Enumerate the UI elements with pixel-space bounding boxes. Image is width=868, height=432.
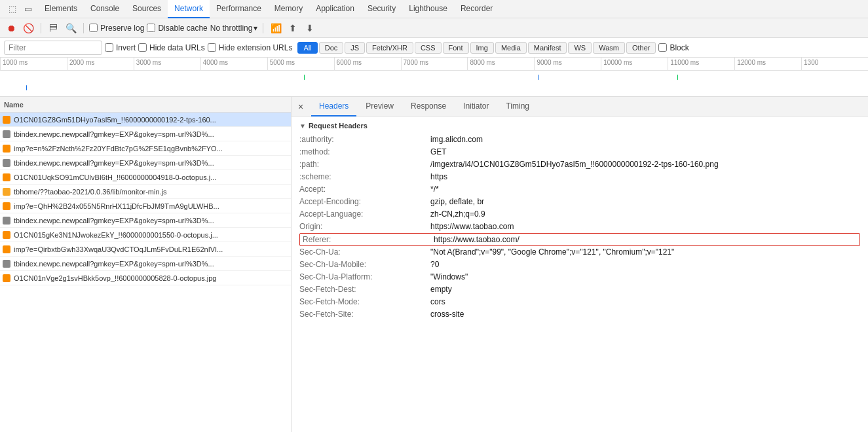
network-list: Name O1CN01GZ8Gm51DHyo7asI5m_!!600000000…: [0, 97, 292, 432]
filter-type-ws[interactable]: WS: [568, 42, 592, 54]
device-icon[interactable]: ▭: [21, 3, 35, 15]
hide-data-urls-check[interactable]: Hide data URLs: [138, 43, 205, 52]
filter-input[interactable]: [4, 41, 102, 55]
network-rows-container: O1CN01GZ8Gm51DHyo7asI5m_!!6000000000192-…: [0, 113, 291, 285]
filter-type-all[interactable]: All: [297, 42, 317, 54]
row-name-text: imp?e=QhH%2B24x055N5RnrHX11jDfcFbJM9TmA9…: [14, 202, 219, 210]
table-row[interactable]: tbindex.newpc.newpcall?gmkey=EXP&gokey=s…: [0, 127, 291, 141]
filter-type-font[interactable]: Font: [443, 42, 469, 54]
filter-type-css[interactable]: CSS: [415, 42, 442, 54]
header-value: gzip, deflate, br: [430, 197, 484, 206]
detail-tab-initiator[interactable]: Initiator: [455, 97, 497, 117]
search-button[interactable]: 🔍: [64, 21, 78, 35]
filter-type-wasm[interactable]: Wasm: [593, 42, 625, 54]
filter-type-manifest[interactable]: Manifest: [528, 42, 567, 54]
detail-tab-response[interactable]: Response: [403, 97, 454, 117]
timeline-ruler: 1000 ms2000 ms3000 ms4000 ms5000 ms6000 …: [0, 58, 868, 71]
detail-tab-timing[interactable]: Timing: [498, 97, 537, 117]
ruler-mark: 3000 ms: [134, 58, 200, 70]
tab-recorder[interactable]: Recorder: [454, 0, 499, 18]
tab-performance[interactable]: Performance: [210, 0, 268, 18]
cursor-icon[interactable]: ⬚: [5, 3, 20, 15]
tab-network[interactable]: Network: [168, 0, 210, 18]
timeline-bars: [0, 71, 868, 97]
preserve-log-check[interactable]: Preserve log: [89, 24, 144, 33]
img-type-icon: [3, 245, 10, 253]
table-row[interactable]: O1CN015gKe3N1NJwokezEkY_!!6000000001550-…: [0, 228, 291, 242]
header-row: Sec-Fetch-Site:cross-site: [299, 308, 860, 321]
filter-type-fetch-xhr[interactable]: Fetch/XHR: [366, 42, 413, 54]
invert-check[interactable]: Invert: [105, 43, 136, 52]
filter-type-doc[interactable]: Doc: [319, 42, 344, 54]
disable-cache-check[interactable]: Disable cache: [147, 24, 207, 33]
throttle-dropdown[interactable]: No throttling ▾: [210, 24, 258, 33]
wifi-icon[interactable]: 📶: [269, 21, 283, 35]
block-check[interactable]: Block: [658, 43, 689, 52]
table-row[interactable]: tbhome/??taobao-2021/0.0.36/lib/monitor-…: [0, 185, 291, 199]
record-stop-button[interactable]: ⏺: [4, 21, 18, 35]
header-name: Sec-Ch-Ua-Mobile:: [299, 260, 430, 269]
filter-bar: Invert Hide data URLs Hide extension URL…: [0, 38, 868, 58]
header-name: :method:: [299, 147, 430, 156]
disable-cache-checkbox[interactable]: [147, 24, 155, 32]
type-filter-buttons: AllDocJSFetch/XHRCSSFontImgMediaManifest…: [297, 42, 656, 54]
list-header: Name: [0, 97, 291, 113]
table-row[interactable]: O1CN01UqkSO91mCUlvBI6tH_!!6000000004918-…: [0, 170, 291, 185]
request-headers-section[interactable]: ▼ Request Headers: [299, 122, 860, 130]
detail-tab-headers[interactable]: Headers: [311, 97, 356, 117]
row-name-text: tbindex.newpc.newpcall?gmkey=EXP&gokey=s…: [14, 217, 214, 225]
header-value: "Windows": [430, 272, 468, 281]
header-row: Origin:https://www.taobao.com: [299, 221, 860, 233]
hide-data-urls-checkbox[interactable]: [138, 43, 147, 52]
img-type-icon: [3, 173, 10, 181]
img-type-icon: [3, 145, 10, 153]
tab-security[interactable]: Security: [361, 0, 402, 18]
clear-button[interactable]: 🚫: [21, 21, 35, 35]
devtools-icons: ⬚ ▭: [3, 3, 38, 15]
header-name: Sec-Ch-Ua-Platform:: [299, 272, 430, 281]
main-area: Name O1CN01GZ8Gm51DHyo7asI5m_!!600000000…: [0, 97, 868, 432]
table-row[interactable]: tbindex.newpc.newpcall?gmkey=EXP&gokey=s…: [0, 156, 291, 170]
table-row[interactable]: tbindex.newpc.newpcall?gmkey=EXP&gokey=s…: [0, 213, 291, 228]
ruler-mark: 8000 ms: [467, 58, 534, 70]
row-name-text: O1CN01UqkSO91mCUlvBI6tH_!!6000000004918-…: [14, 173, 216, 181]
filter-type-other[interactable]: Other: [626, 42, 656, 54]
filter-type-js[interactable]: JS: [345, 42, 365, 54]
tab-elements[interactable]: Elements: [38, 0, 84, 18]
hide-ext-urls-checkbox[interactable]: [208, 43, 216, 52]
header-value: "Not A(Brand";v="99", "Google Chrome";v=…: [430, 247, 674, 257]
header-name: Sec-Ch-Ua:: [299, 247, 430, 257]
table-row[interactable]: imp?e=QhH%2B24x055N5RnrHX11jDfcFbJM9TmA9…: [0, 199, 291, 213]
detail-tab-preview[interactable]: Preview: [358, 97, 402, 117]
preserve-log-checkbox[interactable]: [89, 24, 98, 32]
filter-type-media[interactable]: Media: [495, 42, 527, 54]
tab-lighthouse[interactable]: Lighthouse: [402, 0, 454, 18]
table-row[interactable]: O1CN01nVge2g1svHBkk5ovp_!!6000000005828-…: [0, 271, 291, 285]
detail-tab-bar: × Headers Preview Response Initiator Tim…: [292, 97, 868, 117]
header-value: ?0: [430, 260, 439, 269]
invert-checkbox[interactable]: [105, 43, 113, 52]
tab-bar: ⬚ ▭ Elements Console Sources Network Per…: [0, 0, 868, 18]
tab-sources[interactable]: Sources: [126, 0, 168, 18]
block-checkbox[interactable]: [658, 43, 667, 52]
table-row[interactable]: O1CN01GZ8Gm51DHyo7asI5m_!!6000000000192-…: [0, 113, 291, 127]
table-row[interactable]: tbindex.newpc.newpcall?gmkey=EXP&gokey=s…: [0, 257, 291, 271]
close-detail-button[interactable]: ×: [294, 100, 307, 113]
tab-application[interactable]: Application: [309, 0, 361, 18]
upload-icon[interactable]: ⬆: [286, 21, 300, 35]
img-type-icon: [3, 231, 10, 239]
filter-type-img[interactable]: Img: [470, 42, 494, 54]
timeline-bar-4: [26, 85, 27, 90]
hide-ext-urls-check[interactable]: Hide extension URLs: [208, 43, 293, 52]
filter-button[interactable]: ⛿: [47, 21, 61, 35]
row-name-text: tbhome/??taobao-2021/0.0.36/lib/monitor-…: [14, 188, 167, 196]
row-name-text: imp?e=n%2FzNcth%2Fz20YFdBtc7pG%2FSE1qgBv…: [14, 145, 223, 153]
ruler-mark: 12000 ms: [734, 58, 801, 70]
table-row[interactable]: imp?e=n%2FzNcth%2Fz20YFdBtc7pG%2FSE1qgBv…: [0, 141, 291, 156]
table-row[interactable]: imp?e=QirbxtbGwh33XwqaU3QvdCTOqJLm5FvDuL…: [0, 242, 291, 257]
download-icon[interactable]: ⬇: [303, 21, 317, 35]
tab-console[interactable]: Console: [84, 0, 126, 18]
doc-type-icon: [3, 130, 10, 138]
tab-memory[interactable]: Memory: [268, 0, 309, 18]
header-name: Accept-Language:: [299, 209, 430, 219]
